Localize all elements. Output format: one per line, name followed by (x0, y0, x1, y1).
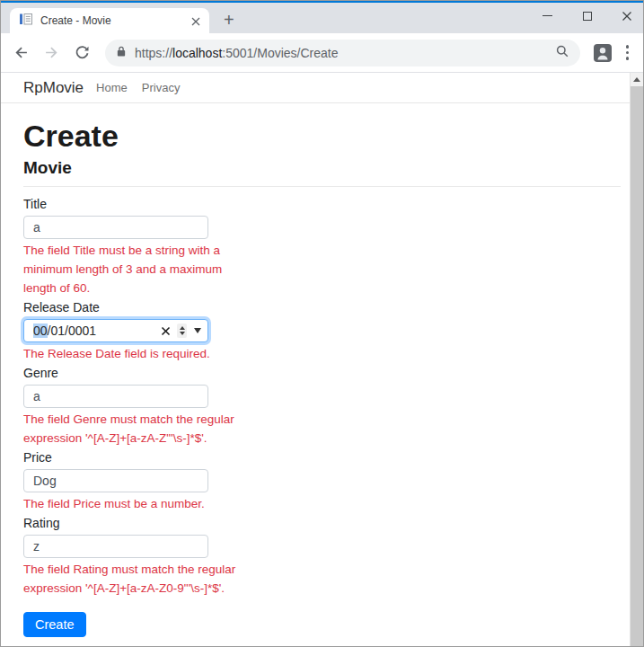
price-field-group: Price The field Price must be a number. (23, 450, 239, 513)
site-navbar: RpMovie Home Privacy (1, 73, 643, 103)
browser-toolbar: https://localhost:5001/Movies/Create (1, 33, 643, 73)
price-input[interactable] (23, 469, 208, 492)
genre-label: Genre (23, 366, 239, 380)
page-subtitle: Movie (23, 158, 621, 178)
create-button[interactable]: Create (23, 612, 86, 637)
release-date-validation-error: The Release Date field is required. (23, 344, 239, 363)
divider (23, 186, 621, 187)
address-bar[interactable]: https://localhost:5001/Movies/Create (105, 40, 580, 66)
favicon-icon (19, 12, 33, 30)
browser-tab[interactable]: Create - Movie (10, 8, 209, 33)
page-content: RpMovie Home Privacy Create Movie Title … (1, 73, 643, 646)
stepper-down-icon[interactable] (180, 332, 185, 335)
release-date-label: Release Date (23, 300, 239, 315)
scrollbar-thumb[interactable] (631, 86, 643, 646)
tab-close-icon[interactable] (190, 14, 202, 28)
page-title: Create (23, 119, 621, 153)
window-minimize-icon[interactable] (542, 10, 553, 22)
profile-icon[interactable] (593, 43, 613, 63)
navbar-brand[interactable]: RpMovie (23, 79, 84, 97)
rating-input[interactable] (23, 535, 208, 558)
window-close-icon[interactable] (621, 10, 632, 22)
lock-icon[interactable] (116, 45, 127, 61)
rating-field-group: Rating The field Rating must match the r… (23, 516, 239, 598)
menu-icon[interactable] (621, 43, 635, 62)
scrollbar-up-icon[interactable] (631, 73, 643, 86)
window-controls (542, 10, 632, 22)
release-date-value: 00/01/0001 (33, 324, 161, 338)
nav-link-privacy[interactable]: Privacy (142, 81, 181, 94)
genre-validation-error: The field Genre must match the regular e… (23, 410, 239, 448)
price-validation-error: The field Price must be a number. (23, 494, 239, 513)
forward-icon[interactable] (44, 45, 59, 60)
rating-validation-error: The field Rating must match the regular … (23, 560, 239, 598)
tab-strip: Create - Movie + (1, 3, 643, 33)
tab-title: Create - Movie (40, 14, 190, 27)
title-field-group: Title The field Title must be a string w… (23, 197, 239, 297)
new-tab-icon[interactable]: + (224, 11, 234, 29)
create-movie-form-page: Create Movie Title The field Title must … (1, 103, 643, 646)
window-maximize-icon[interactable] (581, 10, 593, 22)
rating-label: Rating (23, 516, 239, 530)
title-label: Title (23, 197, 239, 211)
date-stepper[interactable] (177, 324, 187, 339)
title-input[interactable] (23, 216, 208, 239)
genre-field-group: Genre The field Genre must match the reg… (23, 366, 239, 448)
browser-window: Create - Movie + (0, 0, 644, 647)
date-clear-icon[interactable] (161, 326, 171, 336)
release-date-input[interactable]: 00/01/0001 (23, 319, 208, 342)
page-scrollbar[interactable] (630, 73, 643, 646)
release-date-field-group: Release Date 00/01/0001 (23, 300, 239, 363)
date-dropdown-icon[interactable] (194, 328, 201, 333)
stepper-up-icon[interactable] (180, 326, 185, 330)
back-icon[interactable] (13, 45, 29, 60)
url-text: https://localhost:5001/Movies/Create (135, 46, 555, 60)
zoom-icon[interactable] (555, 44, 569, 62)
back-to-list-link[interactable]: Back to List (23, 645, 91, 646)
genre-input[interactable] (23, 385, 208, 408)
price-label: Price (23, 450, 239, 465)
title-validation-error: The field Title must be a string with a … (23, 241, 239, 297)
nav-link-home[interactable]: Home (96, 81, 128, 94)
reload-icon[interactable] (75, 45, 90, 60)
